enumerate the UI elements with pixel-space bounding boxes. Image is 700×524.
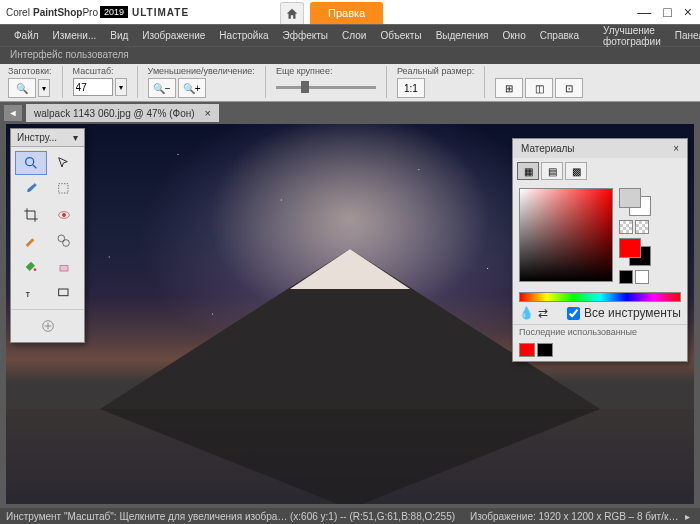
svg-rect-2 [59, 184, 68, 193]
presets-label: Заготовки: [8, 66, 52, 76]
color-field[interactable] [519, 188, 613, 282]
tab-prev-button[interactable]: ◄ [4, 105, 22, 121]
tool-options-bar: Заготовки: 🔍 ▾ Масштаб: ▾ Уменьшение/уве… [0, 64, 700, 102]
swap-icon[interactable]: ⇄ [538, 306, 548, 320]
menu-objects[interactable]: Объекты [374, 28, 427, 43]
menu-bar: Файл Измени... Вид Изображение Настройка… [0, 24, 700, 46]
color-swatches-pair[interactable] [619, 238, 651, 266]
menu-adjust[interactable]: Настройка [213, 28, 274, 43]
edition-label: ULTIMATE [132, 7, 189, 18]
zoom-in-button[interactable]: 🔍+ [178, 78, 206, 98]
tools-palette[interactable]: Инстру... ▾ T [10, 128, 85, 343]
fill-tool[interactable] [15, 255, 47, 279]
materials-tab-frame[interactable]: ▦ [517, 162, 539, 180]
menu-selections[interactable]: Выделения [430, 28, 495, 43]
document-tab-bar: ◄ walpack 1143 060.jpg @ 47% (Фон) × [0, 102, 700, 124]
shape-tool[interactable] [49, 281, 81, 305]
svg-point-0 [25, 158, 33, 166]
actual-size-button[interactable]: 1:1 [397, 78, 425, 98]
materials-palette[interactable]: Материалы × ▦ ▤ ▩ [512, 138, 688, 362]
recent-swatch-1[interactable] [519, 343, 535, 357]
chevron-down-icon[interactable]: ▾ [73, 132, 78, 143]
fit-image-button[interactable]: ◫ [525, 78, 553, 98]
hue-slider[interactable] [519, 292, 681, 302]
zoom-tool[interactable] [15, 151, 47, 175]
tab-close-button[interactable]: × [205, 107, 211, 119]
home-icon [285, 7, 299, 21]
svg-rect-10 [59, 289, 68, 296]
status-image-info: Изображение: 1920 x 1200 x RGB – 8 бит/к… [470, 511, 680, 522]
svg-point-7 [33, 268, 36, 271]
recent-label: Последние использованные [513, 324, 687, 339]
close-button[interactable]: × [684, 4, 692, 20]
menu-panels[interactable]: Панели [669, 28, 700, 43]
materials-close-button[interactable]: × [673, 143, 679, 154]
actual-size-label: Реальный размер: [397, 66, 474, 76]
menu-view[interactable]: Вид [104, 28, 134, 43]
menu-edit[interactable]: Измени... [47, 28, 103, 43]
menu-file[interactable]: Файл [8, 28, 45, 43]
move-tool[interactable] [49, 151, 81, 175]
zoomio-label: Уменьшение/увеличение: [148, 66, 255, 76]
foreground-background-swatches[interactable] [619, 188, 651, 216]
home-tab[interactable] [280, 2, 304, 24]
svg-line-1 [33, 165, 36, 168]
fit-window-button[interactable]: ⊞ [495, 78, 523, 98]
workspace-label: Интерфейс пользователя [0, 46, 700, 64]
zoom-stepper[interactable]: ▾ [115, 78, 127, 96]
tools-header[interactable]: Инстру... ▾ [11, 129, 84, 147]
recent-swatch-2[interactable] [537, 343, 553, 357]
materials-tab-swatches[interactable]: ▩ [565, 162, 587, 180]
status-grip-icon: ▸ [680, 511, 694, 522]
title-bar: Corel PaintShopPro 2019 ULTIMATE Правка … [0, 0, 700, 24]
status-coords: (x:606 y:1) -- (R:51,G:61,B:88,O:255) [290, 511, 470, 522]
dropper-icon[interactable]: 💧 [519, 306, 534, 320]
fit-all-button[interactable]: ⊡ [555, 78, 583, 98]
more-zoom-label: Еще крупнее: [276, 66, 333, 76]
menu-image[interactable]: Изображение [136, 28, 211, 43]
selection-tool[interactable] [49, 177, 81, 201]
brush-tool[interactable] [15, 229, 47, 253]
svg-text:T: T [25, 291, 29, 298]
materials-header[interactable]: Материалы × [513, 139, 687, 158]
transparency-swatch-2[interactable] [635, 220, 649, 234]
menu-effects[interactable]: Эффекты [277, 28, 334, 43]
svg-point-4 [62, 213, 66, 217]
svg-point-6 [63, 240, 70, 247]
document-tab[interactable]: walpack 1143 060.jpg @ 47% (Фон) × [26, 104, 219, 122]
app-logo: Corel PaintShopPro [6, 6, 98, 18]
menu-enhance[interactable]: Улучшение фотографии [597, 23, 667, 49]
year-badge: 2019 [100, 6, 128, 18]
clone-tool[interactable] [49, 229, 81, 253]
document-tab-label: walpack 1143 060.jpg @ 47% (Фон) [34, 108, 195, 119]
maximize-button[interactable]: □ [663, 4, 671, 20]
eraser-tool[interactable] [49, 255, 81, 279]
bw-swatch-1[interactable] [619, 270, 633, 284]
edit-tab[interactable]: Правка [310, 2, 383, 24]
crop-tool[interactable] [15, 203, 47, 227]
status-tool-hint: Инструмент "Масштаб": Щелкните для увели… [6, 511, 290, 522]
minimize-button[interactable]: — [637, 4, 651, 20]
bw-swatch-2[interactable] [635, 270, 649, 284]
style-foreground[interactable] [619, 188, 641, 208]
more-tools-button[interactable] [39, 314, 57, 338]
preset-button[interactable]: 🔍 [8, 78, 36, 98]
zoom-out-button[interactable]: 🔍− [148, 78, 176, 98]
zoom-input[interactable] [73, 78, 113, 96]
redeye-tool[interactable] [49, 203, 81, 227]
menu-help[interactable]: Справка [534, 28, 585, 43]
menu-window[interactable]: Окно [496, 28, 531, 43]
all-tools-checkbox[interactable]: Все инструменты [567, 306, 681, 320]
preset-dropdown[interactable]: ▾ [38, 79, 50, 97]
color-foreground[interactable] [619, 238, 641, 258]
materials-tab-rainbow[interactable]: ▤ [541, 162, 563, 180]
svg-rect-8 [60, 266, 68, 271]
status-bar: Инструмент "Масштаб": Щелкните для увели… [0, 508, 700, 524]
text-tool[interactable]: T [15, 281, 47, 305]
transparency-swatch-1[interactable] [619, 220, 633, 234]
zoom-slider[interactable] [276, 86, 376, 89]
menu-layers[interactable]: Слои [336, 28, 372, 43]
dropper-tool[interactable] [15, 177, 47, 201]
zoom-label: Масштаб: [73, 66, 114, 76]
